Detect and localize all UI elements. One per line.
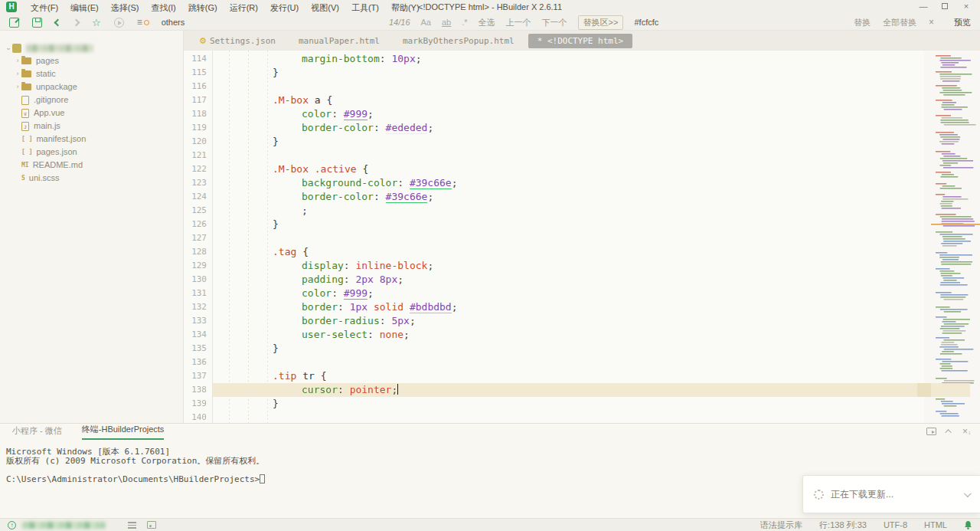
code-line-121: 121 bbox=[184, 149, 924, 162]
replace-input[interactable]: #fcfcfc bbox=[634, 18, 658, 27]
minimize-icon[interactable]: — bbox=[913, 0, 934, 14]
file-icon: [ ] bbox=[21, 133, 32, 146]
replace-button[interactable]: 替换 bbox=[854, 17, 871, 28]
select-all-button[interactable]: 全选 bbox=[479, 17, 495, 28]
update-icon[interactable]: ↑ bbox=[8, 521, 16, 529]
console-tab[interactable]: 小程序 - 微信 bbox=[12, 425, 62, 440]
menu-item[interactable]: 文件(F) bbox=[24, 1, 64, 15]
encoding-status[interactable]: UTF-8 bbox=[884, 520, 907, 529]
tree-file-README.md[interactable]: MIREADME.md bbox=[0, 159, 183, 172]
syntax-lib-status[interactable]: 语法提示库 bbox=[760, 520, 802, 531]
editor-tab[interactable]: markByOthersPopup.html bbox=[394, 34, 524, 48]
line-number: 133 bbox=[184, 314, 207, 328]
save-icon[interactable] bbox=[32, 18, 42, 28]
star-icon[interactable]: ☆ bbox=[92, 18, 101, 28]
token-t bbox=[344, 384, 350, 395]
tree-file-manifest.json[interactable]: [ ]manifest.json bbox=[0, 133, 183, 146]
token-prop: border-radius bbox=[302, 315, 380, 326]
chevron-down-icon[interactable]: ⌄ bbox=[5, 41, 12, 54]
collapse-panel-icon[interactable] bbox=[945, 429, 951, 435]
menu-item[interactable]: 运行(R) bbox=[224, 1, 264, 15]
search-input[interactable]: others bbox=[162, 18, 185, 27]
project-icon bbox=[12, 44, 21, 53]
language-status[interactable]: HTML bbox=[924, 520, 947, 529]
whole-word-icon[interactable]: ab bbox=[442, 18, 451, 27]
token-hex: #999 bbox=[344, 108, 368, 120]
code-line-115: 115} bbox=[184, 66, 924, 80]
menu-item[interactable]: 帮助(Y) bbox=[385, 1, 426, 15]
code-line-131: 131color: #999; bbox=[184, 287, 924, 300]
line-number: 122 bbox=[184, 162, 207, 176]
close-search-icon[interactable]: × bbox=[929, 17, 934, 28]
preview-button[interactable]: 预览 bbox=[954, 17, 971, 28]
token-pu: : bbox=[380, 315, 386, 326]
token-pu: : bbox=[397, 177, 403, 188]
new-file-icon[interactable] bbox=[9, 18, 19, 28]
forward-icon[interactable] bbox=[73, 18, 80, 26]
close-icon[interactable]: × bbox=[956, 0, 977, 14]
token-pu: } bbox=[273, 398, 279, 409]
replace-zone-button[interactable]: 替换区>> bbox=[578, 15, 624, 30]
menu-item[interactable]: 跳转(G) bbox=[182, 1, 224, 15]
editor-tab[interactable]: * <!DOCTYPE html> bbox=[528, 34, 633, 48]
terminal-line: 版权所有 (c) 2009 Microsoft Corporation。保留所有… bbox=[6, 457, 980, 466]
token-pu: } bbox=[273, 218, 279, 230]
tree-folder-pages[interactable]: ›pages bbox=[0, 54, 183, 67]
open-external-icon[interactable] bbox=[926, 428, 936, 435]
tree-item-label: pages bbox=[36, 54, 59, 67]
menu-item[interactable]: 视图(V) bbox=[305, 1, 345, 15]
chevron-right-icon[interactable]: › bbox=[14, 67, 21, 80]
chevron-right-icon[interactable]: › bbox=[14, 54, 21, 67]
token-sel: .M-box bbox=[273, 94, 309, 106]
terminal-cursor bbox=[260, 474, 265, 483]
console-panel-icons: ×↓ bbox=[926, 426, 971, 437]
console-tab[interactable]: 终端-HBuilderProjects bbox=[82, 424, 165, 440]
editor-scrollbar[interactable] bbox=[924, 51, 931, 423]
chevron-down-icon[interactable] bbox=[964, 490, 972, 497]
token-pu: } bbox=[273, 343, 279, 354]
tree-file-main.js[interactable]: Jmain.js bbox=[0, 120, 183, 133]
tree-folder-unpackage[interactable]: ›unpackage bbox=[0, 80, 183, 93]
tree-folder-static[interactable]: ›static bbox=[0, 67, 183, 80]
editor-tab-label: * <!DOCTYPE html> bbox=[537, 36, 624, 46]
token-prop: color bbox=[302, 287, 332, 299]
tree-file-.gitignore[interactable]: .gitignore bbox=[0, 93, 183, 107]
tree-file-App.vue[interactable]: VApp.vue bbox=[0, 107, 183, 120]
file-icon: [ ] bbox=[21, 146, 32, 159]
next-match-button[interactable]: 下一个 bbox=[542, 17, 567, 28]
back-icon[interactable] bbox=[54, 18, 62, 26]
menu-item[interactable]: 查找(I) bbox=[145, 1, 181, 15]
line-number: 134 bbox=[184, 328, 207, 342]
image-icon[interactable] bbox=[147, 521, 156, 529]
menu-item[interactable]: 选择(S) bbox=[105, 1, 145, 15]
menu-item[interactable]: 工具(T) bbox=[345, 1, 385, 15]
tree-root[interactable]: ⌄ bbox=[0, 41, 183, 54]
find-in-files-icon[interactable]: ≡ bbox=[137, 18, 147, 28]
outline-icon[interactable] bbox=[128, 522, 136, 529]
regex-icon[interactable]: .* bbox=[462, 18, 467, 27]
tree-file-uni.scss[interactable]: Suni.scss bbox=[0, 172, 183, 185]
run-icon[interactable] bbox=[114, 18, 124, 28]
maximize-icon[interactable] bbox=[934, 0, 956, 14]
editor-tab[interactable]: manualPaper.html bbox=[289, 34, 389, 48]
close-panel-icon[interactable]: ×↓ bbox=[962, 426, 971, 437]
update-notification: 正在下载更新... bbox=[802, 475, 980, 513]
line-number: 138 bbox=[184, 383, 207, 397]
tree-file-pages.json[interactable]: [ ]pages.json bbox=[0, 146, 183, 159]
previous-match-button[interactable]: 上一个 bbox=[506, 17, 531, 28]
token-pu: ; bbox=[416, 53, 422, 64]
editor-tab[interactable]: ⚙Settings.json bbox=[190, 34, 285, 48]
replace-all-button[interactable]: 全部替换 bbox=[883, 17, 916, 28]
bell-icon[interactable] bbox=[964, 520, 972, 530]
cursor-position-status[interactable]: 行:138 列:33 bbox=[819, 520, 867, 531]
token-prop: border-color bbox=[302, 122, 374, 133]
line-number: 128 bbox=[184, 245, 207, 259]
chevron-right-icon[interactable]: › bbox=[14, 80, 21, 93]
token-kw: solid bbox=[374, 301, 403, 313]
minimap[interactable] bbox=[931, 51, 980, 423]
menu-item[interactable]: 编辑(E) bbox=[64, 1, 105, 15]
token-t bbox=[309, 94, 315, 106]
menu-item[interactable]: 发行(U) bbox=[264, 1, 305, 15]
match-case-icon[interactable]: Aa bbox=[421, 18, 431, 27]
code-pane[interactable]: 114margin-bottom: 10px;115}116117.M-box … bbox=[184, 51, 924, 423]
